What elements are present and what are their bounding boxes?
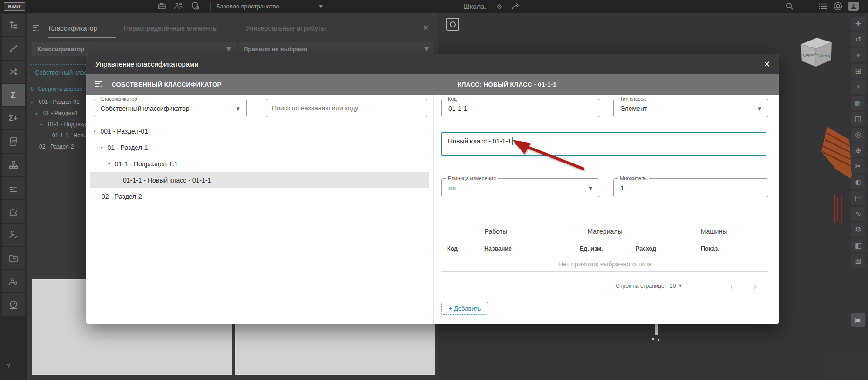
tab-machines[interactable]: Машины	[659, 228, 768, 235]
modal-title: Управление классификаторами	[95, 60, 198, 68]
page-range: –	[706, 283, 709, 289]
multiplier-field[interactable]: Множитель 1	[613, 178, 768, 197]
tree-item-label: 001 - Раздел-01	[101, 128, 148, 135]
empty-state-text: Нет привязок выбранного типа	[441, 260, 768, 268]
tree-item-label: 02 - Раздел-2	[102, 193, 142, 200]
modal-tree-item-selected[interactable]: 01-1-1 - Новый класс - 01-1-1	[90, 172, 429, 188]
modal-tree-item[interactable]: 02 - Раздел-2	[102, 188, 142, 204]
classifier-management-modal: Управление классификаторами ✕ СОБСТВЕННЫ…	[86, 54, 779, 324]
search-input[interactable]	[266, 99, 427, 117]
tree-item-label: 01-1 - Подраздел-1.1	[115, 160, 178, 168]
rows-per-page-select[interactable]: 10	[670, 283, 676, 289]
rows-select-underline	[669, 291, 685, 291]
col-header-indicator: Показ.	[701, 245, 719, 252]
classifier-select-value: Собственный классификатор	[101, 105, 190, 112]
class-type-value: Элемент	[620, 105, 647, 112]
rows-per-page-label: Строк на странице:	[601, 283, 666, 289]
chevron-down-icon: ▼	[758, 106, 761, 111]
chevron-down-icon: ▼	[589, 186, 592, 191]
col-header-consumption: Расход	[636, 245, 656, 252]
modal-subheader: СОБСТВЕННЫЙ КЛАССИФИКАТОР КЛАСС: НОВЫЙ К…	[86, 74, 779, 95]
code-field[interactable]: Код 01-1-1	[441, 99, 599, 117]
column-divider	[433, 95, 434, 324]
chevron-down-icon[interactable]: ▼	[679, 284, 682, 288]
modal-close-icon[interactable]: ✕	[763, 59, 770, 69]
add-binding-button[interactable]: + Добавить	[441, 302, 488, 315]
unit-select[interactable]: Единица измерения шт ▼	[441, 178, 599, 197]
class-type-label: Тип класса	[618, 96, 648, 102]
next-page-button[interactable]: ›	[753, 283, 757, 289]
unit-label: Единица измерения	[446, 176, 498, 182]
modal-title-bar: Управление классификаторами ✕	[86, 54, 779, 74]
code-field-value: 01-1-1	[448, 105, 467, 112]
modal-menu-icon[interactable]	[95, 80, 104, 90]
class-name-input[interactable]: Новый класс - 01-1-1	[441, 132, 766, 156]
tree-expand-icon[interactable]: ▾	[101, 145, 103, 150]
tree-expand-icon[interactable]: ▾	[108, 162, 110, 166]
tree-item-label: 01-1-1 - Новый класс - 01-1-1	[123, 176, 211, 184]
classifier-select[interactable]: Классификатор Собственный классификатор …	[94, 99, 247, 117]
code-field-label: Код	[446, 96, 459, 102]
tree-expand-icon[interactable]: ▾	[94, 129, 96, 134]
chevron-down-icon: ▼	[236, 106, 240, 111]
tab-materials[interactable]: Материалы	[550, 228, 659, 235]
tree-item-label: 01 - Раздел-1	[108, 144, 148, 151]
tab-works[interactable]: Работы	[441, 228, 550, 235]
class-type-select[interactable]: Тип класса Элемент ▼	[613, 99, 768, 117]
works-tab-underline	[441, 237, 550, 238]
col-header-unit: Ед. изм.	[580, 245, 603, 252]
class-section-header: КЛАСС: НОВЫЙ КЛАСС - 01-1-1	[458, 81, 556, 88]
modal-tree-item[interactable]: ▾ 001 - Раздел-01	[94, 123, 148, 139]
multiplier-label: Множитель	[618, 176, 649, 182]
table-header-divider	[441, 255, 768, 255]
modal-tree-item[interactable]: ▾ 01-1 - Подраздел-1.1	[108, 156, 178, 172]
classifier-select-label: Классификатор	[98, 96, 139, 102]
col-header-code: Код	[447, 245, 458, 252]
text-cursor	[512, 137, 513, 145]
prev-page-button[interactable]: ‹	[730, 283, 733, 289]
app-window: BiMiT Базовое пространство ▼ Школа. ⚙	[0, 0, 868, 380]
unit-value: шт	[448, 184, 457, 192]
col-header-name: Название	[484, 245, 512, 252]
modal-tree-item[interactable]: ▾ 01 - Раздел-1	[101, 139, 148, 156]
class-name-value: Новый класс - 01-1-1	[448, 137, 511, 145]
table-bottom-divider	[441, 271, 768, 272]
left-section-header: СОБСТВЕННЫЙ КЛАССИФИКАТОР	[112, 81, 222, 88]
multiplier-value: 1	[620, 184, 624, 192]
